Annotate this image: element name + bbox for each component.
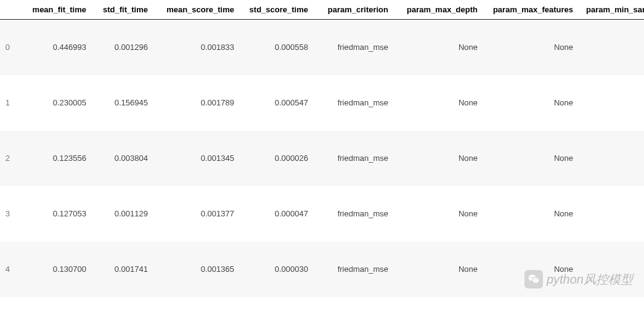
- cell-value: [579, 20, 644, 75]
- cell-value: None: [394, 186, 484, 242]
- col-header-param-max-depth: param_max_depth: [394, 0, 484, 20]
- cell-value: 0.230005: [18, 75, 92, 131]
- table-row: 2 0.123556 0.003804 0.001345 0.000026 fr…: [0, 131, 644, 186]
- table-row: 1 0.230005 0.156945 0.001789 0.000547 fr…: [0, 75, 644, 131]
- row-index: 4: [0, 242, 18, 297]
- cell-value: 0.001345: [154, 131, 240, 186]
- cell-value: friedman_mse: [314, 131, 394, 186]
- table-row: 3 0.127053 0.001129 0.001377 0.000047 fr…: [0, 186, 644, 242]
- cell-value: 0.000047: [240, 186, 314, 242]
- col-header-mean-fit-time: mean_fit_time: [18, 0, 92, 20]
- cell-value: [579, 131, 644, 186]
- cell-value: 0.130700: [18, 242, 92, 297]
- cell-value: friedman_mse: [314, 75, 394, 131]
- col-header-std-score-time: std_score_time: [240, 0, 314, 20]
- cell-value: [579, 186, 644, 242]
- col-header-param-max-features: param_max_features: [484, 0, 579, 20]
- cell-value: None: [394, 131, 484, 186]
- cell-value: friedman_mse: [314, 242, 394, 297]
- cell-value: 0.123556: [18, 131, 92, 186]
- cell-value: 0.001741: [92, 242, 154, 297]
- cell-value: None: [394, 75, 484, 131]
- dataframe-table: mean_fit_time std_fit_time mean_score_ti…: [0, 0, 644, 297]
- table-body: 0 0.446993 0.001296 0.001833 0.000558 fr…: [0, 20, 644, 297]
- cell-value: 0.001377: [154, 186, 240, 242]
- col-header-std-fit-time: std_fit_time: [92, 0, 154, 20]
- cell-value: 0.000026: [240, 131, 314, 186]
- row-index: 3: [0, 186, 18, 242]
- col-header-param-min-san: param_min_san: [579, 0, 644, 20]
- cell-value: 0.003804: [92, 131, 154, 186]
- cell-value: 0.446993: [18, 20, 92, 75]
- cell-value: None: [484, 186, 579, 242]
- cell-value: [579, 75, 644, 131]
- row-index: 1: [0, 75, 18, 131]
- cell-value: None: [394, 242, 484, 297]
- cell-value: 0.001365: [154, 242, 240, 297]
- cell-value: 0.156945: [92, 75, 154, 131]
- dataframe-container: mean_fit_time std_fit_time mean_score_ti…: [0, 0, 644, 297]
- table-header: mean_fit_time std_fit_time mean_score_ti…: [0, 0, 644, 20]
- cell-value: 0.001296: [92, 20, 154, 75]
- cell-value: 0.000030: [240, 242, 314, 297]
- table-row: 0 0.446993 0.001296 0.001833 0.000558 fr…: [0, 20, 644, 75]
- cell-value: friedman_mse: [314, 186, 394, 242]
- cell-value: 0.000558: [240, 20, 314, 75]
- col-header-mean-score-time: mean_score_time: [154, 0, 240, 20]
- col-header-param-criterion: param_criterion: [314, 0, 394, 20]
- cell-value: 0.000547: [240, 75, 314, 131]
- cell-value: None: [484, 131, 579, 186]
- cell-value: friedman_mse: [314, 20, 394, 75]
- row-index: 0: [0, 20, 18, 75]
- index-header: [0, 0, 18, 20]
- cell-value: [579, 242, 644, 297]
- cell-value: None: [484, 242, 579, 297]
- cell-value: None: [484, 75, 579, 131]
- cell-value: 0.001789: [154, 75, 240, 131]
- row-index: 2: [0, 131, 18, 186]
- cell-value: None: [394, 20, 484, 75]
- table-row: 4 0.130700 0.001741 0.001365 0.000030 fr…: [0, 242, 644, 297]
- cell-value: 0.127053: [18, 186, 92, 242]
- cell-value: 0.001129: [92, 186, 154, 242]
- cell-value: None: [484, 20, 579, 75]
- cell-value: 0.001833: [154, 20, 240, 75]
